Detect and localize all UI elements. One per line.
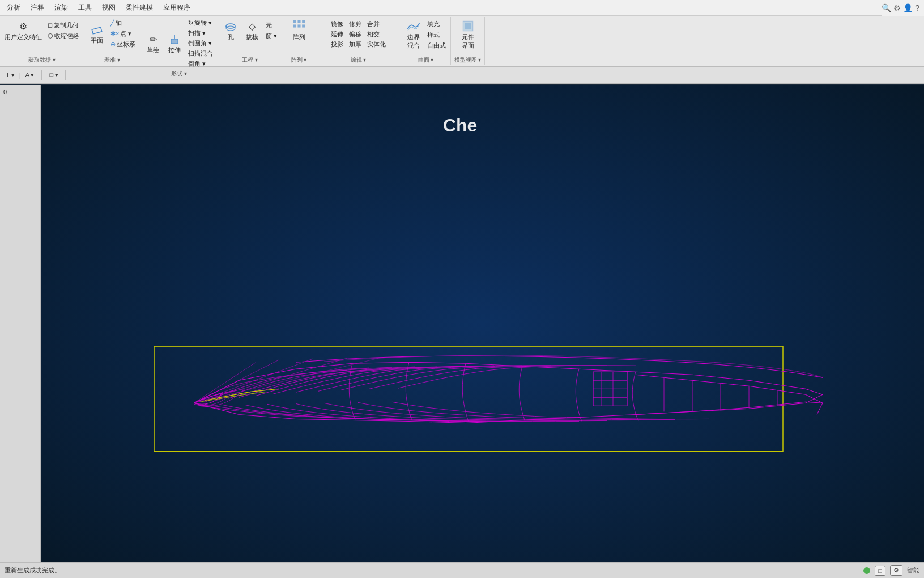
ribbon-btn-offset[interactable]: 偏移: [347, 29, 364, 39]
plane-icon: [90, 23, 104, 36]
ribbon-getdata-label: 获取数据 ▾: [28, 55, 56, 64]
help-icon[interactable]: ?: [915, 3, 919, 12]
toolbar-btn-a[interactable]: A ▾: [22, 70, 38, 80]
ribbon-btn-mirror[interactable]: 镜像: [329, 19, 346, 29]
ribbon-btn-extrude[interactable]: 拉伸: [164, 31, 185, 56]
ribbon-btn-merge[interactable]: 合并: [365, 19, 382, 29]
ribbon-edit-row2: 延伸 偏移 相交: [329, 29, 388, 39]
second-toolbar: T ▾ | A ▾ □ ▾: [0, 67, 924, 84]
ribbon-group-datum: 平面 ╱ 轴 ✱× 点 ▾ ⊕ 坐标系 基准 ▾: [84, 17, 140, 65]
toolbar-group-text: T ▾ | A ▾: [2, 70, 42, 80]
ribbon-toolbar: ⚙ 用户定义特征 ◻ 复制几何 ⬡ 收缩包络 获取数据 ▾: [0, 16, 924, 67]
ribbon-btn-copy-geo[interactable]: ◻ 复制几何: [45, 20, 82, 30]
menu-item-apps[interactable]: 应用程序: [159, 2, 195, 14]
status-label-smart: 智能: [907, 566, 919, 575]
ribbon-btn-style[interactable]: 样式: [425, 30, 448, 40]
ribbon-btn-sketch[interactable]: ✏ 草绘: [143, 31, 163, 56]
ribbon-btn-component-interface[interactable]: 元件界面: [458, 18, 478, 51]
status-message: 重新生成成功完成。: [5, 566, 61, 575]
svg-rect-9: [297, 20, 300, 23]
sidebar-number: 0: [1, 87, 39, 96]
sketch-icon: ✏: [146, 32, 160, 46]
status-btn-camera[interactable]: ⚙: [890, 565, 902, 576]
component-interface-icon: [461, 19, 475, 33]
ribbon-btn-rib[interactable]: 筋 ▾: [263, 31, 279, 41]
copy-geo-icon: ◻: [48, 22, 53, 29]
ribbon-surface-label: 曲面 ▾: [418, 55, 434, 64]
svg-rect-15: [465, 23, 470, 29]
ribbon-btn-trim[interactable]: 修剪: [347, 19, 364, 29]
extrude-icon: [168, 32, 181, 46]
svg-rect-8: [293, 20, 296, 23]
menu-item-render[interactable]: 渲染: [50, 2, 73, 14]
ribbon-btn-freestyle[interactable]: 自由式: [425, 41, 448, 50]
ribbon-btn-user-feature[interactable]: ⚙ 用户定义特征: [2, 18, 44, 42]
shrink-wrap-icon: ⬡: [48, 32, 53, 40]
hole-icon: [224, 19, 237, 33]
ribbon-btn-axis[interactable]: ╱ 轴: [108, 18, 138, 28]
ribbon-shape-buttons: ✏ 草绘 拉伸 ↻ 旋转 ▾ 扫描 ▾: [143, 18, 215, 69]
svg-rect-12: [297, 24, 300, 27]
revolve-icon: ↻: [188, 19, 193, 27]
ribbon-btn-thicken[interactable]: 加厚: [347, 40, 364, 49]
ribbon-modelview-buttons: 元件界面: [458, 18, 478, 51]
ribbon-btn-plane[interactable]: 平面: [87, 22, 107, 46]
ribbon-eng-label: 工程 ▾: [242, 55, 258, 64]
wireframe-container: Che: [41, 85, 924, 562]
axis-icon: ╱: [110, 19, 114, 27]
status-btn-record[interactable]: □: [875, 566, 885, 576]
wireframe-svg: Che: [41, 85, 924, 562]
ribbon-group-pattern: 阵列 阵列 ▾: [282, 17, 316, 65]
ribbon-getdata-buttons: ⚙ 用户定义特征 ◻ 复制几何 ⬡ 收缩包络: [2, 18, 82, 42]
ribbon-btn-chamfer[interactable]: 倒角 ▾: [186, 59, 215, 69]
ribbon-edit-label: 编辑 ▾: [351, 55, 367, 64]
settings-icon[interactable]: ⚙: [893, 3, 901, 12]
ribbon-btn-point[interactable]: ✱× 点 ▾: [108, 29, 138, 39]
ribbon-edit-row1: 镜像 修剪 合并: [329, 19, 388, 29]
left-sidebar: 0: [0, 85, 41, 562]
menu-item-view[interactable]: 视图: [97, 2, 120, 14]
point-icon: ✱×: [110, 30, 119, 37]
ribbon-btn-coord[interactable]: ⊕ 坐标系: [108, 40, 138, 49]
svg-rect-11: [293, 24, 296, 27]
ribbon-btn-solidify[interactable]: 实体化: [365, 40, 388, 49]
ribbon-shape-label: 形状 ▾: [171, 69, 187, 78]
ribbon-datum-label: 基准 ▾: [104, 55, 120, 64]
svg-text:Che: Che: [443, 115, 477, 135]
toolbar-separator1: |: [19, 71, 21, 79]
ribbon-group-modelview: 元件界面 模型视图 ▾: [451, 17, 485, 65]
ribbon-btn-pattern[interactable]: 阵列: [289, 18, 309, 42]
user-icon[interactable]: 👤: [903, 3, 913, 12]
ribbon-btn-extend[interactable]: 延伸: [329, 29, 346, 39]
user-feature-icon: ⚙: [16, 19, 30, 33]
ribbon-group-getdata: ⚙ 用户定义特征 ◻ 复制几何 ⬡ 收缩包络 获取数据 ▾: [0, 17, 84, 65]
svg-rect-10: [302, 20, 305, 23]
toolbar-btn-t[interactable]: T ▾: [2, 70, 18, 80]
toolbar-btn-rect[interactable]: □ ▾: [46, 70, 62, 80]
menu-item-annotate[interactable]: 注释: [26, 2, 49, 14]
ribbon-btn-round[interactable]: 倒圆角 ▾: [186, 39, 215, 48]
ribbon-btn-fill[interactable]: 填充: [425, 19, 448, 29]
ribbon-btn-project[interactable]: 投影: [329, 40, 346, 49]
ribbon-group-shape: ✏ 草绘 拉伸 ↻ 旋转 ▾ 扫描 ▾: [140, 17, 218, 65]
svg-rect-13: [302, 24, 305, 27]
ribbon-btn-boundary-blend[interactable]: 边界混合: [403, 18, 424, 51]
ribbon-eng-buttons: 孔 ◇ 拔模 壳 筋 ▾: [220, 18, 279, 42]
ribbon-btn-hole[interactable]: 孔: [220, 18, 241, 42]
ribbon-btn-intersect[interactable]: 相交: [365, 29, 382, 39]
ribbon-btn-sweep-blend[interactable]: 扫描混合: [186, 49, 215, 58]
ribbon-btn-draft[interactable]: ◇ 拔模: [242, 18, 262, 42]
status-indicator-green: [863, 567, 870, 574]
ribbon-modelview-label: 模型视图 ▾: [454, 55, 482, 64]
ribbon-btn-sweep[interactable]: 扫描 ▾: [186, 28, 215, 38]
menu-item-tools[interactable]: 工具: [74, 2, 96, 14]
menu-bar: 分析 注释 渲染 工具 视图 柔性建模 应用程序 🔍 ⚙ 👤 ?: [0, 0, 924, 16]
menu-item-analyze[interactable]: 分析: [2, 2, 25, 14]
menu-item-flexible[interactable]: 柔性建模: [121, 2, 157, 14]
ribbon-btn-shell[interactable]: 壳: [263, 20, 279, 30]
viewport-3d[interactable]: Che: [41, 85, 924, 562]
ribbon-btn-shrink-wrap[interactable]: ⬡ 收缩包络: [45, 31, 82, 41]
status-right-area: □ ⚙ 智能: [863, 565, 919, 576]
ribbon-btn-revolve[interactable]: ↻ 旋转 ▾: [186, 18, 215, 28]
search-icon[interactable]: 🔍: [882, 3, 891, 12]
